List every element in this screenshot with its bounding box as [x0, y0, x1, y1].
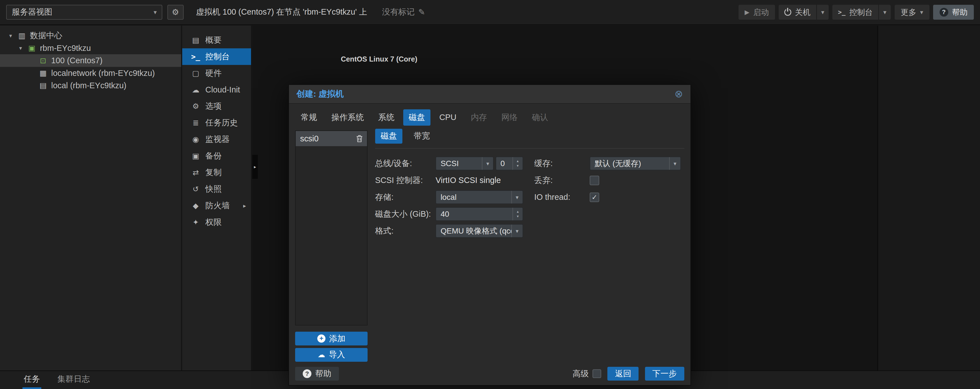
tree-item-node[interactable]: ▾ ▣ rbm-EYc9tkzu	[0, 42, 181, 54]
overview-icon: ▤	[191, 36, 200, 45]
help-button[interactable]: ? 帮助	[933, 5, 974, 20]
menu-item-cloudinit[interactable]: ☁ Cloud-Init	[182, 81, 251, 98]
caret-right-icon: ▸	[243, 202, 246, 209]
disk-form: 磁盘 带宽 总线/设备: SCSI ▾ 0 ▴▾	[375, 129, 684, 241]
topbar-actions: ▶ 启动 关机 ▾ >_ 控制台 ▾	[738, 5, 974, 20]
disk-item-label: scsi0	[300, 134, 319, 143]
list-icon: ≣	[191, 118, 200, 128]
format-label: 格式:	[375, 225, 436, 237]
trash-icon[interactable]	[356, 135, 363, 142]
tags-area[interactable]: 没有标记 ✎	[382, 6, 425, 18]
menu-item-backup[interactable]: ▣ 备份	[182, 148, 251, 164]
bus-select[interactable]: SCSI ▾	[436, 156, 494, 170]
caret-down-icon[interactable]: ▾	[8, 32, 14, 39]
start-button[interactable]: ▶ 启动	[738, 5, 775, 20]
dialog-help-button[interactable]: ? 帮助	[295, 367, 339, 381]
disk-list-item-scsi0[interactable]: scsi0	[296, 131, 367, 146]
power-icon	[784, 9, 791, 16]
menu-item-label: 选项	[205, 100, 221, 112]
console-menu-arrow[interactable]: ▾	[878, 5, 891, 20]
tab-system[interactable]: 系统	[372, 109, 400, 126]
console-label: 控制台	[849, 7, 872, 18]
tree-item-local-storage[interactable]: ▤ local (rbm-EYc9tkzu)	[0, 79, 181, 92]
controller-value: VirtIO SCSI single	[436, 176, 501, 185]
panel-splitter-handle[interactable]: ▸	[252, 155, 258, 179]
arrows-swap-icon: ⇄	[191, 168, 200, 177]
menu-item-label: 防火墙	[205, 200, 230, 211]
storage-value: local	[441, 193, 457, 202]
datacenter-icon: ▥	[18, 31, 26, 40]
format-select[interactable]: QEMU 映像格式 (qcow2) ▾	[436, 224, 523, 238]
menu-item-firewall[interactable]: ◆ 防火墙 ▸	[182, 197, 251, 214]
tree-settings-button[interactable]: ⚙	[167, 5, 184, 20]
menu-item-overview[interactable]: ▤ 概要	[182, 32, 251, 48]
menu-item-console[interactable]: >_ 控制台	[182, 48, 251, 65]
menu-item-label: 硬件	[205, 68, 221, 79]
page-title: 虚拟机 100 (Centos7) 在节点 'rbm-EYc9tkzu' 上	[196, 6, 367, 18]
tree-item-label: 100 (Centos7)	[51, 56, 102, 65]
tab-disks[interactable]: 磁盘	[403, 109, 431, 126]
menu-item-label: 复制	[205, 167, 221, 178]
disk-size-stepper[interactable]: 40 ▴▾	[436, 207, 523, 221]
menu-item-hardware[interactable]: ▢ 硬件	[182, 65, 251, 81]
menu-item-options[interactable]: ⚙ 选项	[182, 98, 251, 115]
right-side-panel	[878, 26, 980, 370]
iothread-checkbox[interactable]: ✓	[590, 193, 599, 202]
chevron-down-icon: ▾	[154, 8, 157, 16]
cache-select[interactable]: 默认 (无缓存) ▾	[590, 156, 681, 170]
tree-item-label: localnetwork (rbm-EYc9tkzu)	[51, 69, 155, 78]
tab-cluster-log[interactable]: 集群日志	[56, 371, 91, 389]
shutdown-label: 关机	[795, 7, 811, 18]
node-icon: ▣	[27, 43, 36, 53]
menu-item-permissions[interactable]: ✦ 权限	[182, 214, 251, 231]
menu-item-task-history[interactable]: ≣ 任务历史	[182, 115, 251, 131]
bus-index-stepper[interactable]: 0 ▴▾	[496, 156, 523, 170]
form-row-format: 格式: QEMU 映像格式 (qcow2) ▾	[375, 224, 684, 238]
tab-disk[interactable]: 磁盘	[375, 129, 402, 143]
shutdown-menu-arrow[interactable]: ▾	[816, 5, 829, 20]
format-value: QEMU 映像格式 (qcow2)	[441, 226, 511, 236]
caret-down-icon[interactable]: ▾	[18, 45, 24, 51]
tab-general[interactable]: 常规	[295, 109, 323, 126]
menu-item-monitor[interactable]: ◉ 监视器	[182, 131, 251, 148]
help-label: 帮助	[952, 7, 968, 18]
dialog-help-label: 帮助	[315, 368, 331, 379]
advanced-label: 高级	[573, 368, 589, 379]
spinner-arrows-icon: ▴▾	[512, 157, 523, 170]
menu-item-snapshots[interactable]: ↺ 快照	[182, 181, 251, 198]
more-button[interactable]: 更多 ▾	[895, 5, 929, 20]
next-button[interactable]: 下一步	[645, 367, 684, 381]
dialog-title: 创建: 虚拟机	[296, 88, 344, 100]
tab-os[interactable]: 操作系统	[326, 109, 369, 126]
tab-bandwidth[interactable]: 带宽	[408, 129, 436, 143]
tab-tasks[interactable]: 任务	[22, 371, 41, 389]
form-row-size: 磁盘大小 (GiB): 40 ▴▾	[375, 207, 684, 221]
tree-item-localnetwork[interactable]: ▦ localnetwork (rbm-EYc9tkzu)	[0, 67, 181, 79]
console-button[interactable]: >_ 控制台	[832, 5, 878, 20]
menu-item-replication[interactable]: ⇄ 复制	[182, 164, 251, 181]
chevron-down-icon: ▾	[482, 157, 493, 170]
create-vm-dialog: 创建: 虚拟机 ⊗ 常规 操作系统 系统 磁盘 CPU 内存 网络 确认 scs…	[288, 84, 691, 385]
server-view-select[interactable]: 服务器视图 ▾	[6, 5, 162, 20]
import-disk-button[interactable]: ☁ 导入	[295, 348, 368, 362]
tree-item-datacenter[interactable]: ▾ ▥ 数据中心	[0, 29, 181, 41]
console-line: CentOS Linux 7 (Core)	[341, 54, 488, 64]
shutdown-button[interactable]: 关机	[779, 5, 816, 20]
discard-checkbox[interactable]	[590, 176, 599, 185]
advanced-checkbox[interactable]	[592, 369, 601, 378]
tab-cpu[interactable]: CPU	[434, 110, 462, 124]
close-icon[interactable]: ⊗	[675, 89, 683, 99]
tree-item-label: 数据中心	[30, 30, 63, 41]
tree-item-label: rbm-EYc9tkzu	[40, 43, 91, 53]
storage-select[interactable]: local ▾	[436, 190, 523, 204]
storage-icon: ▤	[39, 81, 48, 90]
add-disk-button[interactable]: + 添加	[295, 332, 368, 346]
spinner-arrows-icon: ▴▾	[512, 208, 523, 220]
disk-list: scsi0	[295, 131, 368, 325]
help-icon: ?	[940, 8, 948, 17]
advanced-toggle[interactable]: 高级	[573, 368, 601, 379]
back-button[interactable]: 返回	[608, 367, 638, 381]
floppy-icon: ▣	[191, 151, 200, 161]
tags-label: 没有标记	[382, 6, 415, 18]
tree-item-vm-100[interactable]: ⊡ 100 (Centos7)	[0, 54, 181, 67]
